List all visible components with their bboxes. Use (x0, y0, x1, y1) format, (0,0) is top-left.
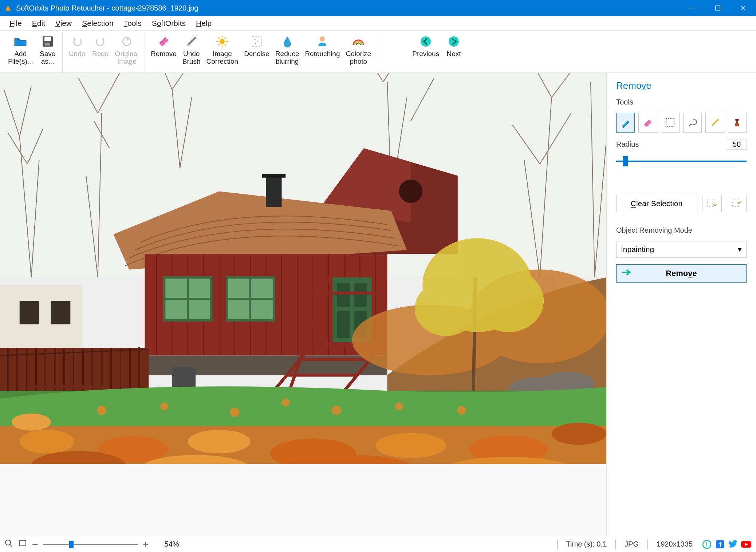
rectangle-select-tool[interactable] (661, 113, 680, 133)
image-canvas[interactable] (0, 73, 606, 464)
arrow-right-icon (622, 269, 632, 278)
retouching-label: Retouching (305, 50, 340, 58)
maximize-button[interactable] (705, 0, 731, 16)
image-correction-button[interactable]: ImageCorrection (204, 32, 241, 67)
rainbow-icon (350, 33, 366, 50)
menu-tools[interactable]: Tools (119, 17, 147, 30)
svg-point-114 (281, 399, 289, 406)
remove-tool-button[interactable]: Remove (148, 32, 180, 59)
menu-view[interactable]: View (50, 17, 77, 30)
zoom-slider[interactable] (43, 540, 138, 549)
radius-value[interactable]: 50 (727, 139, 747, 150)
reduce-blurring-label: Reduceblurring (275, 50, 299, 66)
menu-help[interactable]: Help (191, 17, 217, 30)
status-format: JPG (625, 540, 639, 548)
window-title: SoftOrbits Photo Retoucher - cottage-297… (16, 4, 198, 12)
svg-point-121 (735, 119, 739, 121)
redo-label: Redo (92, 50, 109, 58)
svg-point-20 (255, 43, 256, 44)
save-as-button[interactable]: Saveas... (36, 32, 59, 67)
eraser-tool[interactable] (638, 113, 657, 133)
add-files-button[interactable]: AddFile(s)... (5, 32, 36, 67)
menu-file[interactable]: File (4, 17, 27, 30)
svg-line-15 (218, 44, 220, 46)
statusbar: − + 54% Time (s): 0.1 JPG 1920x1335 i f (0, 536, 756, 552)
droplet-icon (279, 33, 295, 50)
minimize-button[interactable] (680, 0, 705, 16)
close-button[interactable] (731, 0, 756, 16)
sun-icon (214, 33, 230, 50)
svg-point-23 (449, 36, 459, 47)
previous-icon (418, 33, 434, 50)
youtube-icon[interactable] (741, 539, 752, 550)
retouching-button[interactable]: Retouching (302, 32, 343, 59)
brush-icon (184, 33, 200, 50)
remove-tool-label: Remove (151, 50, 177, 58)
denoise-icon (249, 33, 265, 50)
main-area: Remove Tools Radius 50 Clear Selection O… (0, 73, 756, 536)
menu-softorbits[interactable]: SoftOrbits (147, 17, 191, 30)
svg-text:f: f (719, 541, 722, 548)
save-as-label: Saveas... (40, 50, 55, 66)
svg-point-93 (415, 281, 477, 336)
svg-point-21 (320, 36, 325, 42)
titlebar: SoftOrbits Photo Retoucher - cottage-297… (0, 0, 756, 16)
svg-rect-52 (337, 283, 350, 307)
info-icon[interactable]: i (701, 539, 712, 550)
undo-brush-label: UndoBrush (182, 50, 201, 66)
zoom-actual-icon[interactable] (4, 539, 13, 549)
svg-point-99 (20, 430, 74, 453)
svg-rect-1 (716, 6, 720, 10)
previous-label: Previous (412, 50, 439, 58)
clone-stamp-tool[interactable] (728, 113, 747, 133)
refresh-icon (119, 33, 135, 50)
status-time: Time (s): 0.1 (566, 540, 607, 548)
mode-dropdown[interactable]: Inpainting ▾ (616, 241, 747, 258)
svg-line-16 (225, 38, 226, 39)
svg-point-115 (332, 406, 341, 415)
mode-value: Inpainting (621, 245, 654, 254)
radius-label: Radius (616, 140, 639, 149)
magic-wand-tool[interactable] (705, 113, 724, 133)
undo-button[interactable]: Undo (66, 32, 89, 59)
denoise-button[interactable]: Denoise (241, 32, 272, 59)
svg-rect-5 (44, 37, 51, 41)
zoom-in-button[interactable]: + (143, 539, 148, 550)
menu-edit[interactable]: Edit (27, 17, 50, 30)
svg-rect-17 (252, 37, 261, 46)
menu-selection[interactable]: Selection (77, 17, 118, 30)
tools-row (616, 113, 747, 133)
clear-selection-button[interactable]: Clear Selection (616, 195, 697, 212)
add-files-label: AddFile(s)... (8, 50, 33, 66)
twitter-icon[interactable] (728, 539, 739, 550)
original-image-button[interactable]: OriginalImage (112, 32, 142, 67)
radius-slider[interactable] (616, 156, 747, 166)
svg-rect-122 (708, 200, 714, 206)
image-correction-label: ImageCorrection (206, 50, 239, 66)
svg-point-94 (473, 269, 544, 332)
previous-button[interactable]: Previous (409, 32, 442, 59)
person-icon (314, 33, 330, 50)
fit-screen-icon[interactable] (18, 539, 27, 549)
undo-label: Undo (69, 50, 85, 58)
facebook-icon[interactable]: f (714, 539, 725, 550)
marker-tool[interactable] (616, 113, 635, 133)
svg-point-8 (220, 39, 225, 44)
lasso-tool[interactable] (683, 113, 702, 133)
redo-button[interactable]: Redo (89, 32, 112, 59)
svg-point-110 (552, 423, 606, 445)
undo-brush-button[interactable]: UndoBrush (180, 32, 204, 67)
remove-button-label: Remove (666, 269, 697, 278)
colorize-button[interactable]: Colorizephoto (343, 32, 374, 67)
next-button[interactable]: Next (442, 32, 465, 59)
reduce-blurring-button[interactable]: Reduceblurring (272, 32, 302, 67)
status-dimensions: 1920x1335 (657, 540, 693, 548)
svg-line-13 (218, 38, 220, 39)
load-selection-button[interactable] (727, 195, 747, 212)
svg-text:i: i (706, 541, 708, 548)
save-selection-button[interactable] (702, 195, 722, 212)
remove-button[interactable]: Remove (616, 264, 747, 283)
zoom-out-button[interactable]: − (32, 539, 38, 550)
svg-point-124 (5, 540, 11, 545)
svg-rect-26 (266, 176, 281, 207)
